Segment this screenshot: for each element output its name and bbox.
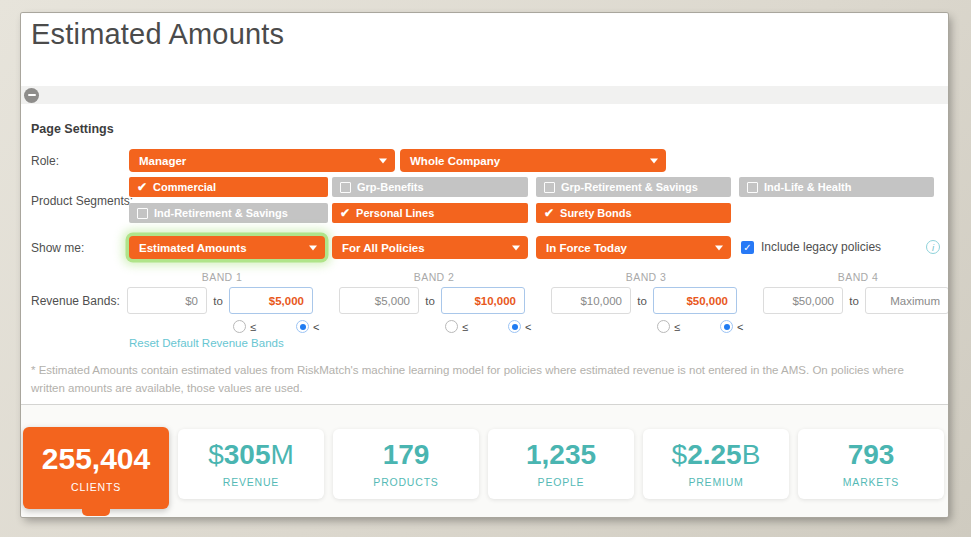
- band-name: BAND 1: [127, 271, 317, 283]
- collapse-minus-icon[interactable]: [24, 88, 39, 103]
- band2-from-input[interactable]: $5,000: [339, 287, 419, 314]
- segment-toggle-commercial[interactable]: ✔ Commercial: [129, 177, 328, 197]
- policies-dropdown-value: For All Policies: [342, 242, 425, 254]
- stat-label: PEOPLE: [538, 476, 585, 488]
- radio-icon: [233, 320, 246, 333]
- radio-icon: [720, 320, 733, 333]
- scope-dropdown-value: Whole Company: [410, 155, 500, 167]
- radio-label: ≤: [674, 321, 680, 333]
- legacy-checkbox-label: Include legacy policies: [761, 240, 881, 254]
- band4-from-input[interactable]: $50,000: [763, 287, 843, 314]
- segment-label: Surety Bonds: [560, 207, 632, 219]
- band3-radio-lte[interactable]: ≤: [657, 320, 680, 333]
- stat-card-premium[interactable]: $2.25B PREMIUM: [643, 429, 789, 499]
- radio-label: <: [313, 321, 319, 333]
- stat-suffix: B: [742, 439, 761, 470]
- stat-value: 305: [224, 439, 271, 470]
- band2-radio-lt[interactable]: <: [508, 320, 531, 333]
- band4-to-input[interactable]: Maximum: [865, 287, 948, 314]
- stat-card-markets[interactable]: 793 MARKETS: [798, 429, 944, 499]
- segment-toggle-surety-bonds[interactable]: ✔ Surety Bonds: [536, 203, 731, 223]
- revenue-band-1: BAND 1 $0 to $5,000 ≤ <: [127, 271, 317, 333]
- band2-to-input[interactable]: $10,000: [441, 287, 525, 314]
- stat-label: CLIENTS: [71, 481, 121, 493]
- checkbox-empty-icon: [137, 208, 148, 219]
- band1-to-input[interactable]: $5,000: [229, 287, 313, 314]
- segment-toggle-ind-life[interactable]: ✔ Ind-Life & Health: [739, 177, 934, 197]
- checkmark-icon: ✔: [340, 207, 350, 219]
- segment-toggle-grp-benefits[interactable]: ✔ Grp-Benefits: [332, 177, 528, 197]
- to-text: to: [207, 295, 229, 307]
- metric-dropdown[interactable]: Estimated Amounts: [129, 236, 325, 259]
- metric-dropdown-value: Estimated Amounts: [139, 242, 247, 254]
- revenue-band-2: BAND 2 $5,000 to $10,000 ≤ <: [339, 271, 529, 333]
- stats-row: 255,404 CLIENTS $305M REVENUE 179 PRODUC…: [23, 427, 944, 509]
- band1-from-input[interactable]: $0: [127, 287, 207, 314]
- scope-dropdown[interactable]: Whole Company: [400, 149, 666, 172]
- policies-dropdown[interactable]: For All Policies: [332, 236, 528, 259]
- chevron-down-icon: [715, 245, 723, 250]
- stat-value: 2.25: [687, 439, 742, 470]
- revenue-bands-label: Revenue Bands:: [31, 294, 120, 308]
- band3-to-input[interactable]: $50,000: [653, 287, 737, 314]
- stat-card-revenue[interactable]: $305M REVENUE: [178, 429, 324, 499]
- segment-toggle-personal-lines[interactable]: ✔ Personal Lines: [332, 203, 528, 223]
- legacy-checkbox[interactable]: ✓: [741, 241, 754, 254]
- estimated-amounts-footnote: * Estimated Amounts contain estimated va…: [31, 362, 933, 398]
- segment-label: Ind-Retirement & Savings: [154, 207, 288, 219]
- stat-label: PREMIUM: [688, 476, 743, 488]
- stat-card-people[interactable]: 1,235 PEOPLE: [488, 429, 634, 499]
- band2-radio-lte[interactable]: ≤: [445, 320, 468, 333]
- band-name: BAND 4: [763, 271, 948, 283]
- stat-card-products[interactable]: 179 PRODUCTS: [333, 429, 479, 499]
- stat-value: 255,404: [42, 442, 150, 475]
- revenue-band-3: BAND 3 $10,000 to $50,000 ≤ <: [551, 271, 741, 333]
- checkbox-empty-icon: [747, 182, 758, 193]
- to-text: to: [631, 295, 653, 307]
- stat-suffix: M: [270, 439, 293, 470]
- stat-value: 1,235: [526, 439, 596, 470]
- stat-prefix: $: [208, 439, 224, 470]
- radio-icon: [508, 320, 521, 333]
- to-text: to: [419, 295, 441, 307]
- product-segments-label: Product Segments:: [31, 194, 133, 208]
- stat-prefix: $: [672, 439, 688, 470]
- segment-toggle-grp-retirement[interactable]: ✔ Grp-Retirement & Savings: [536, 177, 731, 197]
- page-title: Estimated Amounts: [31, 18, 284, 51]
- checkbox-empty-icon: [544, 182, 555, 193]
- checkmark-icon: ✔: [137, 181, 147, 193]
- band-name: BAND 2: [339, 271, 529, 283]
- stat-card-clients[interactable]: 255,404 CLIENTS: [23, 427, 169, 509]
- stat-label: MARKETS: [843, 476, 899, 488]
- period-dropdown-value: In Force Today: [546, 242, 627, 254]
- revenue-band-4: BAND 4 $50,000 to Maximum: [763, 271, 948, 314]
- role-label: Role:: [31, 154, 59, 168]
- stat-value: 179: [383, 439, 430, 470]
- chevron-down-icon: [379, 158, 387, 163]
- period-dropdown[interactable]: In Force Today: [536, 236, 731, 259]
- band1-radio-lte[interactable]: ≤: [233, 320, 256, 333]
- stat-label: PRODUCTS: [373, 476, 438, 488]
- radio-label: ≤: [250, 321, 256, 333]
- radio-label: <: [737, 321, 743, 333]
- legacy-policies-option: ✓ Include legacy policies: [741, 240, 881, 254]
- info-icon[interactable]: i: [926, 240, 940, 254]
- to-text: to: [843, 295, 865, 307]
- chevron-down-icon: [512, 245, 520, 250]
- radio-icon: [657, 320, 670, 333]
- segment-label: Grp-Benefits: [357, 181, 424, 193]
- radio-icon: [445, 320, 458, 333]
- reset-revenue-bands-link[interactable]: Reset Default Revenue Bands: [129, 337, 284, 349]
- settings-collapse-bar: [21, 86, 948, 104]
- segment-label: Personal Lines: [356, 207, 434, 219]
- band3-radio-lt[interactable]: <: [720, 320, 743, 333]
- segment-toggle-ind-retirement[interactable]: ✔ Ind-Retirement & Savings: [129, 203, 328, 223]
- segment-label: Commercial: [153, 181, 216, 193]
- role-dropdown[interactable]: Manager: [129, 149, 395, 172]
- band3-from-input[interactable]: $10,000: [551, 287, 631, 314]
- chevron-down-icon: [650, 158, 658, 163]
- checkmark-icon: ✔: [544, 207, 554, 219]
- band1-radio-lt[interactable]: <: [296, 320, 319, 333]
- band-name: BAND 3: [551, 271, 741, 283]
- role-dropdown-value: Manager: [139, 155, 186, 167]
